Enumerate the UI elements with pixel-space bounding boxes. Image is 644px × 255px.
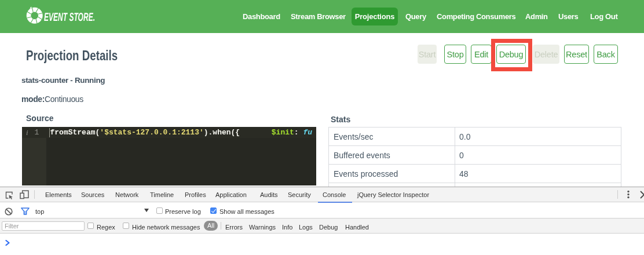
svg-text:EVENT STORE.: EVENT STORE. <box>44 11 95 24</box>
